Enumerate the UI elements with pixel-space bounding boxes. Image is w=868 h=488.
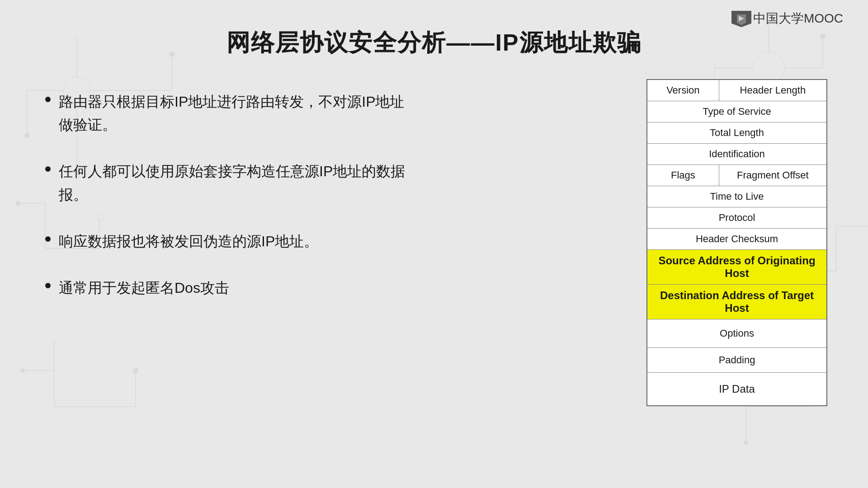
bullet-item-4: 通常用于发起匿名Dos攻击 xyxy=(45,277,416,300)
cell-header-length: Header Length xyxy=(719,80,827,101)
ip-header-table-container: Version Header Length Type of Service To… xyxy=(646,79,827,406)
table-row-options: Options xyxy=(647,319,827,348)
cell-source-address: Source Address of Originating Host xyxy=(647,250,827,285)
cell-options: Options xyxy=(647,319,827,348)
bullet-text-4: 通常用于发起匿名Dos攻击 xyxy=(59,277,416,300)
logo-text: 中国大学MOOC xyxy=(753,10,843,27)
bullet-dot-4 xyxy=(45,283,51,288)
cell-fragment-offset: Fragment Offset xyxy=(719,165,827,186)
cell-identification: Identification xyxy=(647,144,827,165)
table-row-tos: Type of Service xyxy=(647,101,827,122)
svg-point-5 xyxy=(24,133,30,138)
table-row-ttl: Time to Live xyxy=(647,186,827,207)
cell-ttl: Time to Live xyxy=(647,186,827,207)
cell-destination-address: Destination Address of Target Host xyxy=(647,285,827,319)
cell-flags: Flags xyxy=(647,165,719,186)
table-row-protocol: Protocol xyxy=(647,207,827,229)
bullet-item-1: 路由器只根据目标IP地址进行路由转发，不对源IP地址做验证。 xyxy=(45,90,416,136)
table-row-total-length: Total Length xyxy=(647,122,827,144)
cell-version: Version xyxy=(647,80,719,101)
left-content: 路由器只根据目标IP地址进行路由转发，不对源IP地址做验证。 任何人都可以使用原… xyxy=(45,90,416,323)
table-row-version: Version Header Length xyxy=(647,80,827,101)
svg-point-20 xyxy=(133,368,138,373)
cell-total-length: Total Length xyxy=(647,122,827,144)
table-row-checksum: Header Checksum xyxy=(647,229,827,250)
cell-protocol: Protocol xyxy=(647,207,827,229)
cell-tos: Type of Service xyxy=(647,101,827,122)
svg-point-22 xyxy=(20,368,25,373)
table-row-destination: Destination Address of Target Host xyxy=(647,285,827,319)
table-row-padding: Padding xyxy=(647,348,827,373)
bullet-item-2: 任何人都可以使用原始套接字构造任意源IP地址的数据报。 xyxy=(45,160,416,206)
bullet-dot-2 xyxy=(45,166,51,172)
bullet-text-2: 任何人都可以使用原始套接字构造任意源IP地址的数据报。 xyxy=(59,160,416,206)
table-row-ip-data: IP Data xyxy=(647,373,827,406)
table-row-identification: Identification xyxy=(647,144,827,165)
cell-ip-data: IP Data xyxy=(647,373,827,406)
cell-padding: Padding xyxy=(647,348,827,373)
svg-point-35 xyxy=(744,441,748,445)
bullet-dot-3 xyxy=(45,236,51,242)
svg-point-16 xyxy=(16,201,20,206)
cell-checksum: Header Checksum xyxy=(647,229,827,250)
bullet-dot-1 xyxy=(45,97,51,102)
logo-icon xyxy=(730,10,753,27)
logo: 中国大学MOOC xyxy=(730,10,843,27)
table-row-flags: Flags Fragment Offset xyxy=(647,165,827,186)
bullet-text-1: 路由器只根据目标IP地址进行路由转发，不对源IP地址做验证。 xyxy=(59,90,416,136)
page-title: 网络层协议安全分析——IP源地址欺骗 xyxy=(0,27,868,59)
ip-header-table: Version Header Length Type of Service To… xyxy=(646,79,827,406)
bullet-item-3: 响应数据报也将被发回伪造的源IP地址。 xyxy=(45,230,416,253)
bullet-text-3: 响应数据报也将被发回伪造的源IP地址。 xyxy=(59,230,416,253)
table-row-source: Source Address of Originating Host xyxy=(647,250,827,285)
